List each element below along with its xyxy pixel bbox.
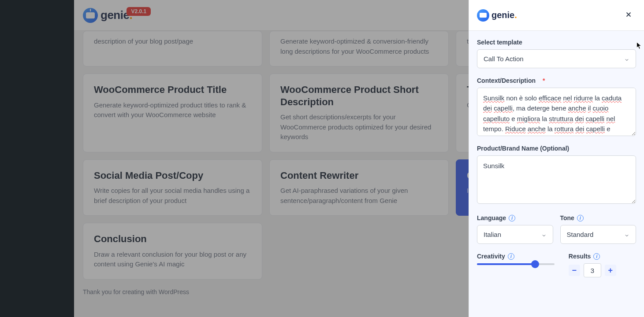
card-desc: Get AI-paraphrased variations of your gi…: [280, 186, 438, 206]
card-title: Content Rewriter: [280, 170, 438, 182]
template-card[interactable]: description of your blog post/page: [83, 31, 262, 66]
info-icon[interactable]: i: [593, 253, 600, 260]
language-value: Italian: [484, 231, 501, 238]
brand-textarea[interactable]: [477, 155, 636, 204]
info-icon[interactable]: i: [577, 215, 584, 221]
card-title: Conclusion: [94, 233, 251, 245]
template-label: Select template: [477, 39, 636, 46]
info-icon[interactable]: i: [508, 253, 514, 260]
brand-label: Product/Brand Name (Optional): [477, 145, 636, 152]
chevron-down-icon: [624, 56, 629, 62]
panel-header: genie.: [469, 0, 644, 31]
template-card-woo-title[interactable]: WooCommerce Product Title Generate keywo…: [83, 74, 262, 152]
chevron-down-icon: [541, 232, 547, 237]
cursor-icon: [636, 42, 642, 50]
genie-side-panel: genie. Select template Call To Action Co…: [469, 0, 644, 317]
template-select[interactable]: Call To Action: [477, 49, 636, 68]
panel-logo-text: genie.: [491, 10, 517, 20]
creativity-label: Creativity i: [477, 253, 558, 260]
panel-body[interactable]: Select template Call To Action Context/D…: [469, 31, 644, 317]
card-desc: Generate keyword-optimized product title…: [94, 100, 251, 120]
close-icon: [625, 11, 633, 18]
wp-admin-sidebar[interactable]: [0, 0, 74, 317]
template-card-rewriter[interactable]: Content Rewriter Get AI-paraphrased vari…: [269, 159, 449, 216]
context-textarea[interactable]: Sunsilk non è solo efficace nel ridurre …: [477, 88, 636, 136]
results-stepper: − +: [569, 263, 636, 277]
language-select[interactable]: Italian: [477, 225, 553, 244]
slider-fill: [477, 263, 535, 265]
tone-select[interactable]: Standard: [560, 225, 637, 244]
card-desc: Draw a relevant conclusion for your blog…: [94, 250, 251, 269]
increment-button[interactable]: +: [605, 265, 616, 276]
creativity-slider[interactable]: [477, 263, 558, 265]
template-card-conclusion[interactable]: Conclusion Draw a relevant conclusion fo…: [83, 223, 262, 280]
card-desc: description of your blog post/page: [94, 37, 251, 47]
template-card[interactable]: Generate keyword-optimized & conversion-…: [269, 31, 449, 66]
card-desc: Write copies for all your social media h…: [94, 186, 251, 206]
genie-robot-icon: [477, 9, 489, 22]
genie-robot-icon: [83, 8, 98, 23]
results-label: Results i: [569, 253, 636, 260]
close-button[interactable]: [621, 8, 636, 23]
chevron-down-icon: [624, 232, 629, 237]
card-title: WooCommerce Product Title: [94, 84, 251, 96]
context-label: Context/Description *: [477, 77, 636, 84]
app-logo: genie. V2.0.1: [83, 8, 132, 23]
card-desc: Get short descriptions/excerpts for your…: [280, 112, 438, 142]
context-value: Sunsilk non è solo efficace nel ridurre …: [483, 93, 630, 134]
required-mark: *: [543, 77, 545, 84]
version-badge: V2.0.1: [127, 7, 151, 16]
template-value: Call To Action: [484, 55, 524, 63]
results-input[interactable]: [584, 263, 601, 277]
panel-logo: genie.: [477, 9, 517, 22]
slider-thumb[interactable]: [531, 260, 539, 268]
decrement-button[interactable]: −: [569, 265, 580, 276]
card-desc: Generate keyword-optimized & conversion-…: [280, 37, 438, 56]
card-title: WooCommerce Product Short Description: [280, 84, 438, 108]
template-card-woo-short-desc[interactable]: WooCommerce Product Short Description Ge…: [269, 74, 449, 152]
tone-value: Standard: [567, 231, 594, 238]
template-card-social[interactable]: Social Media Post/Copy Write copies for …: [83, 159, 262, 216]
info-icon[interactable]: i: [509, 215, 515, 221]
language-label: Language i: [477, 214, 553, 221]
tone-label: Tone i: [560, 214, 637, 221]
card-title: Social Media Post/Copy: [94, 170, 251, 182]
